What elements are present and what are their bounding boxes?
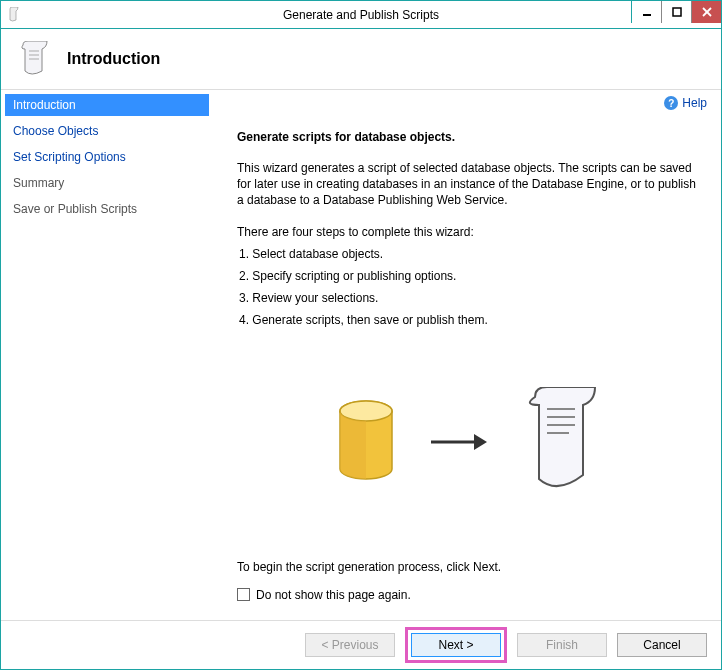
previous-button: < Previous	[305, 633, 395, 657]
begin-text: To begin the script generation process, …	[237, 560, 701, 574]
nav-set-scripting-options[interactable]: Set Scripting Options	[5, 146, 209, 168]
next-highlight: Next >	[405, 627, 507, 663]
help-icon: ?	[664, 96, 678, 110]
subheading: Generate scripts for database objects.	[237, 130, 701, 144]
script-large-icon	[517, 387, 607, 500]
step-2: 2. Specify scripting or publishing optio…	[237, 269, 701, 283]
wizard-header: Introduction	[1, 29, 721, 89]
steps-intro: There are four steps to complete this wi…	[237, 225, 701, 239]
illustration	[237, 387, 701, 500]
cancel-button[interactable]: Cancel	[617, 633, 707, 657]
nav-save-or-publish[interactable]: Save or Publish Scripts	[5, 198, 209, 220]
do-not-show-row: Do not show this page again.	[237, 588, 701, 602]
close-button[interactable]	[691, 1, 721, 23]
page-title: Introduction	[67, 50, 160, 68]
wizard-sidebar: Introduction Choose Objects Set Scriptin…	[1, 90, 209, 620]
description-text: This wizard generates a script of select…	[237, 160, 701, 209]
maximize-button[interactable]	[661, 1, 691, 23]
nav-summary[interactable]: Summary	[5, 172, 209, 194]
app-icon	[7, 7, 23, 23]
titlebar: Generate and Publish Scripts	[1, 1, 721, 29]
svg-point-8	[340, 401, 392, 421]
window-controls	[631, 1, 721, 23]
wizard-body: Introduction Choose Objects Set Scriptin…	[1, 90, 721, 620]
database-icon	[331, 397, 401, 490]
script-icon	[17, 41, 53, 77]
button-bar: < Previous Next > Finish Cancel	[1, 620, 721, 668]
svg-marker-10	[474, 434, 487, 450]
nav-choose-objects[interactable]: Choose Objects	[5, 120, 209, 142]
window-title: Generate and Publish Scripts	[1, 8, 721, 22]
nav-introduction[interactable]: Introduction	[5, 94, 209, 116]
wizard-main: ? Help Generate scripts for database obj…	[209, 90, 721, 620]
svg-rect-1	[673, 8, 681, 16]
step-4: 4. Generate scripts, then save or publis…	[237, 313, 701, 327]
do-not-show-label: Do not show this page again.	[256, 588, 411, 602]
do-not-show-checkbox[interactable]	[237, 588, 250, 601]
finish-button: Finish	[517, 633, 607, 657]
arrow-icon	[429, 427, 489, 460]
minimize-button[interactable]	[631, 1, 661, 23]
help-link[interactable]: ? Help	[664, 96, 707, 110]
next-button[interactable]: Next >	[411, 633, 501, 657]
help-label: Help	[682, 96, 707, 110]
step-3: 3. Review your selections.	[237, 291, 701, 305]
step-1: 1. Select database objects.	[237, 247, 701, 261]
